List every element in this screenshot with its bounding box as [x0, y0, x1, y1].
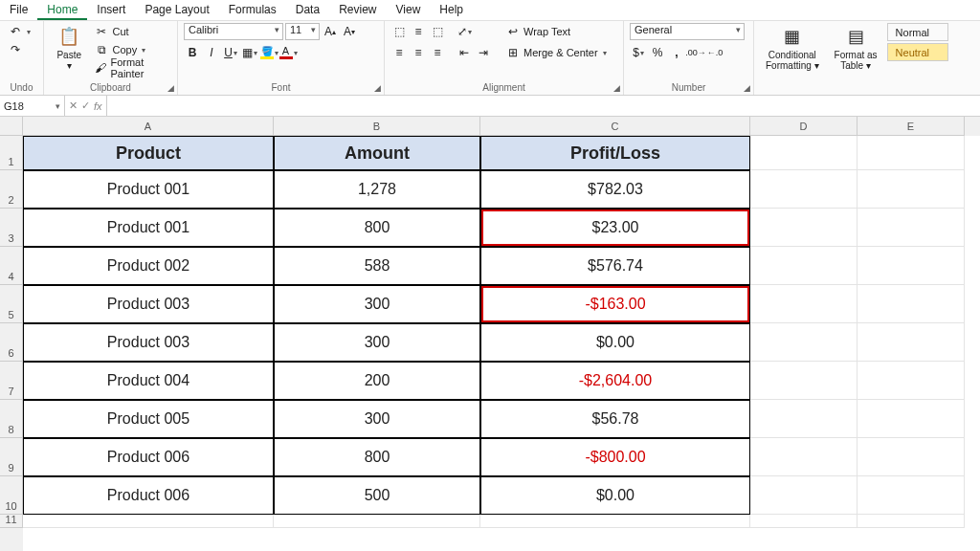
cell-B7[interactable]: 200	[274, 362, 480, 400]
row-header-1[interactable]: 1	[0, 136, 23, 170]
fx-icon[interactable]: fx	[94, 100, 102, 112]
cell-C9[interactable]: -$800.00	[480, 438, 750, 476]
menu-data[interactable]: Data	[286, 0, 329, 20]
cell-D7[interactable]	[750, 362, 858, 400]
header-cell-C[interactable]: Profit/Loss	[480, 136, 750, 170]
menu-review[interactable]: Review	[329, 0, 386, 20]
cell-E10[interactable]	[858, 476, 965, 515]
percent-format-button[interactable]: %	[649, 44, 666, 61]
cell-E2[interactable]	[858, 170, 965, 209]
enter-icon[interactable]: ✓	[81, 99, 90, 112]
col-header-A[interactable]: A	[23, 117, 274, 136]
align-bottom-button[interactable]: ⬚	[429, 23, 446, 40]
cell-D6[interactable]	[750, 323, 858, 362]
cell-A6[interactable]: Product 003	[23, 323, 274, 362]
cell-D8[interactable]	[750, 400, 858, 438]
decrease-indent-button[interactable]: ⇤	[456, 44, 473, 61]
cell-C5[interactable]: -$163.00	[480, 285, 750, 323]
cell-B11[interactable]	[274, 515, 480, 528]
menu-view[interactable]: View	[387, 0, 431, 20]
border-button[interactable]: ▦	[241, 44, 258, 61]
cell-E9[interactable]	[858, 438, 965, 476]
cell-E5[interactable]	[858, 285, 965, 323]
clipboard-launcher[interactable]: ◢	[166, 83, 175, 93]
cell-D3[interactable]	[750, 209, 858, 247]
font-name-select[interactable]: Calibri	[184, 23, 283, 40]
cell-A2[interactable]: Product 001	[23, 170, 274, 209]
cell-B2[interactable]: 1,278	[274, 170, 480, 209]
select-all-corner[interactable]	[0, 117, 23, 136]
cell-E3[interactable]	[858, 209, 965, 247]
cell-C3[interactable]: $23.00	[480, 209, 750, 247]
cut-button[interactable]: ✂Cut	[92, 23, 171, 40]
align-center-button[interactable]: ≡	[410, 44, 427, 61]
cell-D10[interactable]	[750, 476, 858, 515]
row-header-10[interactable]: 10	[0, 476, 23, 515]
row-header-2[interactable]: 2	[0, 170, 23, 209]
cell-D4[interactable]	[750, 247, 858, 285]
menu-file[interactable]: File	[0, 0, 37, 20]
col-header-C[interactable]: C	[480, 117, 750, 136]
cell-A3[interactable]: Product 001	[23, 209, 274, 247]
align-top-button[interactable]: ⬚	[390, 23, 408, 40]
increase-font-button[interactable]: A▴	[322, 23, 339, 40]
cell-A7[interactable]: Product 004	[23, 362, 274, 400]
cell-D2[interactable]	[750, 170, 858, 209]
italic-button[interactable]: I	[203, 44, 220, 61]
cell-A10[interactable]: Product 006	[23, 476, 274, 515]
align-middle-button[interactable]: ≡	[410, 23, 427, 40]
number-format-select[interactable]: General	[630, 23, 745, 40]
cell-B6[interactable]: 300	[274, 323, 480, 362]
row-header-11[interactable]: 11	[0, 515, 23, 528]
row-header-3[interactable]: 3	[0, 209, 23, 247]
cell-E1[interactable]	[858, 136, 965, 170]
format-as-table-button[interactable]: ▤ Format as Table ▾	[829, 23, 883, 73]
cell-C6[interactable]: $0.00	[480, 323, 750, 362]
cell-A9[interactable]: Product 006	[23, 438, 274, 476]
row-header-7[interactable]: 7	[0, 362, 23, 400]
cell-C11[interactable]	[480, 515, 750, 528]
row-header-5[interactable]: 5	[0, 285, 23, 323]
cell-style-normal[interactable]: Normal	[887, 23, 948, 41]
bold-button[interactable]: B	[184, 44, 201, 61]
cell-C7[interactable]: -$2,604.00	[480, 362, 750, 400]
underline-button[interactable]: U	[222, 44, 239, 61]
cell-B8[interactable]: 300	[274, 400, 480, 438]
col-header-E[interactable]: E	[858, 117, 965, 136]
font-launcher[interactable]: ◢	[372, 83, 382, 93]
merge-center-button[interactable]: ⊞Merge & Center	[503, 44, 610, 61]
row-header-6[interactable]: 6	[0, 323, 23, 362]
cell-A5[interactable]: Product 003	[23, 285, 274, 323]
header-cell-B[interactable]: Amount	[274, 136, 480, 170]
wrap-text-button[interactable]: ↩Wrap Text	[503, 23, 610, 40]
cell-E6[interactable]	[858, 323, 965, 362]
menu-page-layout[interactable]: Page Layout	[135, 0, 218, 20]
formula-input[interactable]	[107, 96, 980, 116]
row-header-8[interactable]: 8	[0, 400, 23, 438]
cell-E7[interactable]	[858, 362, 965, 400]
cell-A4[interactable]: Product 002	[23, 247, 274, 285]
cell-A8[interactable]: Product 005	[23, 400, 274, 438]
menu-home[interactable]: Home	[37, 0, 87, 20]
increase-decimal-button[interactable]: .00→	[687, 44, 704, 61]
row-header-9[interactable]: 9	[0, 438, 23, 476]
decrease-decimal-button[interactable]: ←.0	[706, 44, 724, 61]
cell-A11[interactable]	[23, 515, 274, 528]
cell-B10[interactable]: 500	[274, 476, 480, 515]
cell-E11[interactable]	[858, 515, 965, 528]
accounting-format-button[interactable]: $	[630, 44, 647, 61]
cell-D11[interactable]	[750, 515, 858, 528]
cell-C2[interactable]: $782.03	[480, 170, 750, 209]
font-size-select[interactable]: 11	[285, 23, 320, 40]
cell-D5[interactable]	[750, 285, 858, 323]
align-left-button[interactable]: ≡	[390, 44, 408, 61]
cancel-icon[interactable]: ✕	[69, 99, 78, 112]
cell-B9[interactable]: 800	[274, 438, 480, 476]
decrease-font-button[interactable]: A▾	[341, 23, 358, 40]
cell-style-neutral[interactable]: Neutral	[887, 43, 948, 61]
col-header-D[interactable]: D	[750, 117, 858, 136]
align-right-button[interactable]: ≡	[429, 44, 446, 61]
cell-E4[interactable]	[858, 247, 965, 285]
cell-D1[interactable]	[750, 136, 858, 170]
number-launcher[interactable]: ◢	[742, 83, 751, 93]
